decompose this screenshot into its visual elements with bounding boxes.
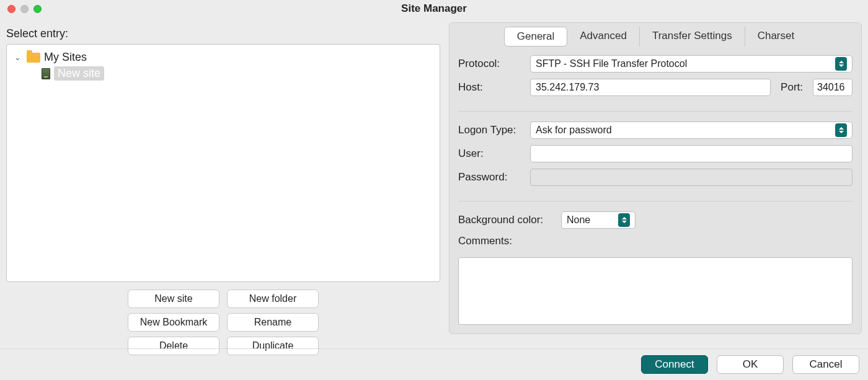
divider — [458, 111, 852, 112]
site-manager-window: Site Manager Select entry: ⌄ My Sites Ne… — [0, 0, 868, 380]
tab-charset[interactable]: Charset — [745, 27, 807, 46]
dialog-footer: Connect OK Cancel — [0, 348, 868, 374]
tab-advanced[interactable]: Advanced — [567, 27, 640, 46]
tab-general[interactable]: General — [504, 27, 567, 46]
select-entry-label: Select entry: — [6, 21, 440, 44]
background-color-value: None — [567, 214, 590, 226]
left-panel: Select entry: ⌄ My Sites New site New si… — [6, 21, 440, 355]
chevron-down-icon[interactable]: ⌄ — [12, 53, 23, 62]
port-input[interactable]: 34016 — [813, 79, 852, 96]
comments-textarea[interactable] — [458, 257, 852, 325]
protocol-value: SFTP - SSH File Transfer Protocol — [536, 58, 687, 69]
background-color-label: Background color: — [458, 214, 551, 226]
port-value: 34016 — [817, 82, 845, 93]
ok-button[interactable]: OK — [717, 355, 784, 374]
logon-type-value: Ask for password — [536, 125, 612, 136]
port-label: Port: — [781, 81, 803, 94]
password-label: Password: — [458, 171, 520, 183]
rename-button[interactable]: Rename — [227, 313, 319, 332]
tree-item-label: New site — [54, 66, 104, 81]
comments-label: Comments: — [458, 235, 852, 247]
general-form: Protocol: SFTP - SSH File Transfer Proto… — [458, 55, 852, 325]
user-input[interactable] — [530, 145, 852, 162]
folder-icon — [27, 53, 40, 63]
new-bookmark-button[interactable]: New Bookmark — [128, 313, 219, 332]
select-stepper-icon — [618, 213, 630, 227]
titlebar: Site Manager — [0, 0, 868, 17]
server-icon — [42, 68, 50, 79]
host-value: 35.242.179.73 — [536, 82, 599, 93]
tree-root-row[interactable]: ⌄ My Sites — [11, 50, 436, 65]
site-tree[interactable]: ⌄ My Sites New site — [6, 44, 440, 282]
select-stepper-icon — [835, 123, 847, 137]
divider — [458, 201, 852, 201]
password-input[interactable] — [530, 169, 852, 186]
tree-buttons: New site New Bookmark Delete New folder … — [6, 289, 440, 355]
background-color-select[interactable]: None — [561, 211, 636, 229]
logon-type-select[interactable]: Ask for password — [530, 122, 852, 139]
select-stepper-icon — [835, 57, 847, 71]
user-label: User: — [458, 148, 520, 160]
new-folder-button[interactable]: New folder — [227, 289, 319, 308]
protocol-select[interactable]: SFTP - SSH File Transfer Protocol — [530, 55, 852, 73]
settings-tabs: General Advanced Transfer Settings Chars… — [458, 27, 852, 46]
host-input[interactable]: 35.242.179.73 — [530, 79, 771, 96]
tab-transfer-settings[interactable]: Transfer Settings — [640, 27, 745, 46]
tree-item-new-site[interactable]: New site — [11, 65, 436, 82]
protocol-label: Protocol: — [458, 58, 520, 70]
new-site-button[interactable]: New site — [128, 289, 219, 308]
tree-root-label: My Sites — [44, 51, 87, 64]
cancel-button[interactable]: Cancel — [792, 355, 859, 374]
connect-button[interactable]: Connect — [641, 355, 708, 374]
host-label: Host: — [458, 81, 520, 94]
logon-type-label: Logon Type: — [458, 124, 520, 136]
window-title: Site Manager — [0, 2, 868, 15]
right-panel: General Advanced Transfer Settings Chars… — [449, 22, 862, 334]
